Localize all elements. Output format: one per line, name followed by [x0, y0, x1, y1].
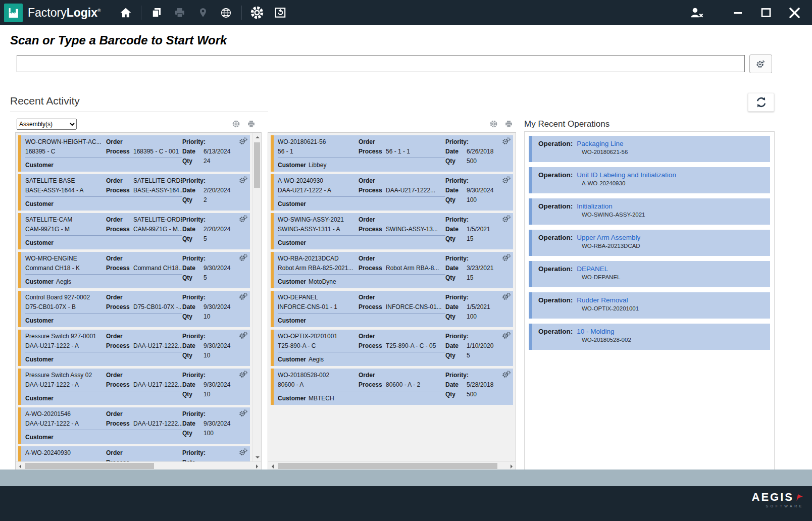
operation-label: Operation: [538, 171, 573, 179]
close-button[interactable] [783, 2, 806, 24]
location-button[interactable] [191, 2, 215, 24]
card-settings-gear-icon[interactable] [239, 137, 247, 147]
card-subtitle: Command CH18 - K [25, 264, 106, 273]
date-label: Date [445, 341, 467, 351]
column2-tools [489, 120, 513, 128]
card-settings-gear-icon[interactable] [239, 371, 247, 380]
operation-card[interactable]: Operation: DEPANEL WO-DEPANEL [529, 261, 770, 287]
operation-card[interactable]: Operation: 10 - Molding WO-20180528-002 [529, 324, 770, 350]
operation-link[interactable]: Upper Arm Assembly [577, 234, 640, 241]
card-settings-gear-icon[interactable] [502, 293, 511, 302]
operation-card[interactable]: Operation: Unit ID Labeling and Initiali… [529, 167, 770, 193]
card-title: SATELLITE-CAM [25, 215, 106, 225]
order-label: Order [106, 176, 133, 186]
card-settings-gear-icon[interactable] [239, 293, 247, 302]
date-label: Date [182, 380, 204, 390]
horizontal-scrollbar[interactable] [268, 461, 516, 470]
app-title: FactoryLogix® [28, 6, 101, 20]
qty-value: 5 [467, 351, 470, 360]
qty-label: Qty [445, 390, 467, 399]
logout-user-button[interactable] [685, 2, 708, 24]
process-value: D75-CB01-07X -... [133, 302, 182, 312]
date-value: 9/30/2024 [467, 186, 493, 195]
maximize-button[interactable] [754, 2, 778, 24]
activity-card[interactable]: WO-SWING-ASSY-2021 SWING-ASSY-1311 - A O… [271, 213, 513, 249]
column-settings-gear-icon[interactable] [232, 120, 240, 128]
scroll-up-button[interactable] [253, 133, 262, 141]
operation-card[interactable]: Operation: Packaging Line WO-20180621-56 [529, 136, 770, 162]
priority-label: Priority: [182, 293, 206, 302]
card-settings-gear-icon[interactable] [239, 409, 247, 419]
date-label: Date [182, 264, 204, 273]
activity-card[interactable]: WO-OPTIX-20201001 T25-890-A - C Order Pr… [271, 330, 513, 366]
barcode-input[interactable] [17, 55, 745, 72]
activity-card[interactable]: WO-RBA-20213DCAD Robot Arm RBA-825-2021.… [271, 252, 513, 288]
card-settings-gear-icon[interactable] [502, 176, 511, 186]
operation-card[interactable]: Operation: Rudder Removal WO-OPTIX-20201… [529, 292, 770, 319]
horizontal-scrollbar[interactable] [16, 461, 261, 470]
activity-card[interactable]: WO-20180621-56 56 - 1 Order Process56 - … [271, 135, 513, 172]
card-settings-gear-icon[interactable] [239, 332, 247, 341]
operation-link[interactable]: DEPANEL [577, 265, 608, 273]
customer-label: Customer [25, 395, 54, 402]
data-sync-button[interactable] [269, 2, 292, 24]
card-settings-gear-icon[interactable] [239, 215, 247, 225]
settings-button[interactable] [245, 2, 269, 24]
horizontal-scroll-thumb[interactable] [25, 463, 154, 469]
activity-card[interactable]: WO-20180528-002 80600 - A Order Process8… [271, 369, 513, 405]
activity-card[interactable]: WO-CROWN-HEIGHT-AC... 168395 - C Order P… [18, 135, 250, 172]
card-settings-gear-icon[interactable] [502, 215, 511, 225]
operation-link[interactable]: Initialization [577, 202, 613, 210]
customer-label: Customer [278, 395, 306, 402]
activity-card[interactable]: SATELLITE-BASE BASE-ASSY-1644 - A OrderS… [18, 174, 250, 211]
card-settings-gear-icon[interactable] [502, 332, 511, 341]
operation-card[interactable]: Operation: Initialization WO-SWING-ASSY-… [529, 198, 770, 225]
card-settings-gear-icon[interactable] [502, 254, 511, 264]
priority-label: Priority: [445, 293, 469, 302]
card-settings-gear-icon[interactable] [502, 371, 511, 380]
activity-card[interactable]: A-WO-20201546 DAA-U217-1222 - A Order Pr… [18, 407, 250, 444]
recent-operations-panel: Operation: Packaging Line WO-20180621-56… [524, 131, 775, 471]
date-label: Date [182, 147, 204, 157]
horizontal-scroll-thumb[interactable] [278, 463, 497, 469]
maximize-icon [759, 6, 773, 19]
home-icon [119, 6, 132, 19]
activity-card[interactable]: WO-MRO-ENGINE Command CH18 - K Order Pro… [18, 252, 250, 288]
vertical-scrollbar[interactable] [252, 133, 261, 461]
card-settings-gear-icon[interactable] [239, 448, 247, 458]
activity-card[interactable]: Pressure Switch 927-0001 DAA-U217-1222 -… [18, 330, 250, 366]
activity-card[interactable]: A-WO-20240930 DAA-U217-1222 - A Order Pr… [271, 174, 513, 211]
print-button[interactable] [168, 2, 191, 24]
home-button[interactable] [114, 2, 137, 24]
activity-card[interactable]: WO-DEPANEL INFORCE-CNS-01 - 1 Order Proc… [271, 291, 513, 327]
customer-value: Libbey [309, 162, 326, 169]
card-subtitle: INFORCE-CNS-01 - 1 [278, 302, 359, 312]
globe-button[interactable] [215, 2, 238, 24]
card-title: WO-MRO-ENGINE [25, 254, 106, 264]
card-settings-gear-icon[interactable] [502, 137, 511, 147]
operation-link[interactable]: Packaging Line [577, 140, 623, 147]
vertical-scroll-thumb[interactable] [254, 142, 260, 188]
card-settings-gear-icon[interactable] [239, 176, 247, 186]
column-print-icon[interactable] [504, 120, 513, 128]
activity-card[interactable]: Pressure Switch Assy 02 DAA-U217-1222 - … [18, 369, 250, 405]
scan-settings-button[interactable] [749, 55, 772, 73]
activity-card[interactable]: SATELLITE-CAM CAM-99Z1G - M OrderSATELLI… [18, 213, 250, 249]
refresh-button[interactable] [748, 93, 774, 112]
operation-card[interactable]: Operation: Upper Arm Assembly WO-RBA-202… [529, 230, 770, 256]
card-title: A-WO-20201546 [25, 409, 106, 419]
activity-card[interactable]: Control Board 927-0002 D75-CB01-07X - B … [18, 291, 250, 327]
activity-filter-select[interactable]: Assembly(s) [17, 119, 77, 130]
card-settings-gear-icon[interactable] [239, 254, 247, 264]
operation-link[interactable]: 10 - Molding [577, 328, 614, 335]
operation-link[interactable]: Rudder Removal [577, 296, 628, 304]
minimize-button[interactable] [726, 2, 749, 24]
operation-link[interactable]: Unit ID Labeling and Initialization [577, 171, 676, 179]
printer-icon [174, 7, 186, 19]
activity-card[interactable]: A-WO-20240930 Order Process Customer Pri… [18, 446, 250, 461]
column-settings-gear-icon[interactable] [489, 120, 498, 128]
column-print-icon[interactable] [247, 120, 256, 128]
documents-button[interactable] [145, 2, 168, 24]
date-label: Date [445, 186, 467, 195]
scroll-down-button[interactable] [253, 453, 262, 461]
